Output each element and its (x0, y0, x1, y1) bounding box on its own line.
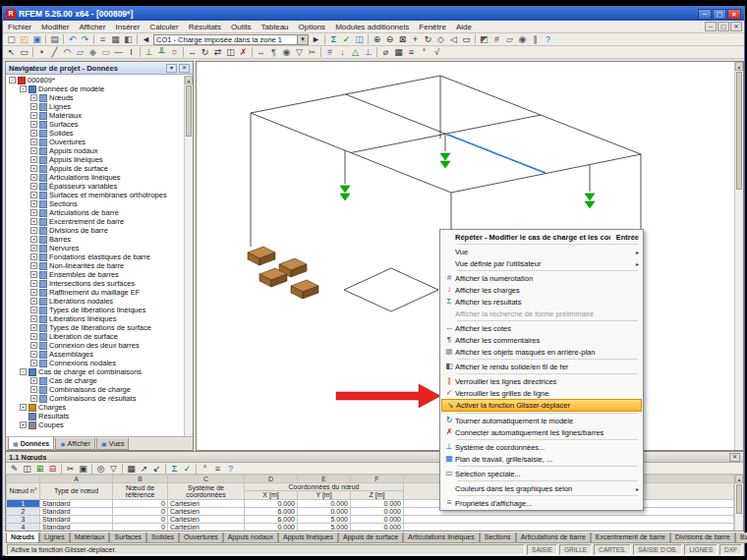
menu-fenetre[interactable]: Fenêtre (414, 21, 451, 33)
coordinate-z-cell[interactable]: 0.000 (351, 507, 404, 515)
nodal-support-icon[interactable]: ⊥ (143, 46, 155, 58)
row-number-cell[interactable]: 1 (7, 499, 40, 507)
tree-expander-icon[interactable]: + (30, 395, 37, 402)
scrollbar-thumb[interactable] (736, 72, 742, 190)
units-icon[interactable]: ° (418, 46, 431, 58)
menu-inserer[interactable]: Insérer (110, 21, 144, 33)
table-tab-solides[interactable]: Solides (146, 532, 179, 543)
table-tab-articulations-lineiques[interactable]: Articulations linéiques (403, 532, 480, 543)
insert-opening-icon[interactable]: ▭ (99, 46, 112, 58)
tree-item-coupes[interactable]: +Coupes (6, 420, 184, 429)
member-hinge-icon[interactable]: ○ (168, 46, 181, 58)
coordinate-system-cell[interactable]: Cartésien (168, 515, 245, 523)
tree-item-ouvertures[interactable]: +Ouvertures (6, 138, 184, 146)
selected-line[interactable] (445, 134, 546, 173)
tree-expander-icon[interactable]: + (30, 130, 37, 137)
rotate-icon[interactable]: ↻ (199, 46, 211, 58)
project-navigator-icon[interactable]: ≡ (96, 33, 109, 45)
table-tab-ouvertures[interactable]: Ouvertures (179, 532, 223, 543)
scroll-up-icon[interactable]: ▲ (735, 62, 743, 71)
dimension-icon[interactable]: ↔ (255, 46, 267, 58)
table-scrollbar[interactable]: ▲ (734, 475, 743, 531)
tree-item-sections[interactable]: +Sections (6, 199, 184, 208)
move-icon[interactable]: ↔ (186, 46, 199, 58)
tree-item-articulations-lineiques[interactable]: +Articulations linéiques (6, 173, 184, 182)
tree-item-intersections-des-surfaces[interactable]: +Intersections des surfaces (6, 279, 184, 288)
tree-item-surfaces[interactable]: +Surfaces (6, 120, 184, 129)
filter-icon[interactable]: ▽ (293, 46, 306, 58)
coordinate-z-cell[interactable]: 0.000 (351, 499, 404, 507)
tree-item-non-linearites-de-barre[interactable]: +Non-linéarités de barre (6, 261, 184, 270)
tree-expander-icon[interactable]: − (20, 368, 27, 375)
menu-modules-additionnels[interactable]: Modules additionnels (330, 21, 414, 33)
table-import-icon[interactable]: ↙ (150, 463, 163, 475)
tree-item-cas-de-charge[interactable]: +Cas de charge (6, 376, 184, 385)
zoom-in-icon[interactable]: ⊕ (371, 33, 383, 45)
tree-expander-icon[interactable]: + (30, 307, 37, 313)
line-support-icon[interactable]: ╨ (155, 46, 168, 58)
context-menu-item-afficher-les-cotes[interactable]: ↔Afficher les cotes (441, 322, 642, 334)
tree-item-appuis-nodaux[interactable]: +Appuis nodaux (6, 146, 184, 155)
context-menu-item-plan-de-travail-grille-saisie[interactable]: ▦Plan de travail, grille/saisie, ... (441, 453, 642, 465)
undo-icon[interactable]: ↶ (66, 33, 79, 45)
tree-item-raffinement-du-maillage-ef[interactable]: +Raffinement du maillage EF (6, 288, 184, 297)
menu-tableau[interactable]: Tableau (257, 21, 294, 33)
comment-icon[interactable]: ¶ (267, 46, 280, 58)
table-find-icon[interactable]: ◎ (94, 463, 107, 475)
calculate-icon[interactable]: Σ (327, 33, 340, 45)
tree-item-types-de-liberations-lineiques[interactable]: +Types de libérations linéiques (6, 306, 184, 314)
tree-item-connexion-des-deux-barres[interactable]: +Connexion des deux barres (6, 341, 184, 350)
coordinate-x-cell[interactable]: 6.000 (245, 507, 298, 515)
tree-item-connexions-nodales[interactable]: +Connexions nodales (6, 359, 184, 367)
save-icon[interactable]: ▣ (30, 33, 43, 45)
tree-item-types-de-liberations-de-surface[interactable]: +Types de libérations de surface (6, 323, 184, 332)
scroll-up-icon[interactable]: ▲ (185, 76, 193, 84)
context-menu-item-afficher-les-charges[interactable]: ↓Afficher les charges (441, 284, 642, 296)
mirror-icon[interactable]: ⇄ (211, 46, 224, 58)
guidelines-icon[interactable]: ∥ (529, 33, 542, 45)
tree-expander-icon[interactable]: + (30, 227, 37, 234)
tree-expander-icon[interactable]: + (30, 315, 37, 322)
delete-icon[interactable]: ✗ (237, 46, 250, 58)
tree-expander-icon[interactable]: + (30, 121, 37, 128)
context-menu-item-verrouiller-les-lignes-directrices[interactable]: ∥Verrouiller les lignes directrices (441, 375, 642, 387)
table-edit-icon[interactable]: ✎ (8, 463, 21, 475)
tree-item-materiaux[interactable]: +Matériaux (6, 111, 184, 120)
tree-item-cas-de-charge-et-combinaisons[interactable]: −Cas de charge et combinaisons (6, 367, 184, 376)
tree-item-fondations-elastiques-de-barre[interactable]: +Fondations élastiques de barre (6, 252, 184, 261)
context-menu-item-activer-la-fonction-glisser-deplacer[interactable]: ↘Activer la fonction Glisser-déplacer (441, 399, 642, 412)
table-tab-sections[interactable]: Sections (480, 532, 516, 543)
measure-icon[interactable]: ⌀ (379, 46, 392, 58)
insert-solid-icon[interactable]: ◆ (86, 46, 99, 58)
tree-item-excentrement-de-barre[interactable]: +Excentrement de barre (6, 217, 184, 226)
numbering-icon[interactable]: # (323, 46, 336, 58)
column-letter-a[interactable]: A (40, 476, 113, 483)
coordinate-system-cell[interactable]: Cartésien (168, 507, 245, 515)
zoom-window-icon[interactable]: ⊠ (396, 33, 409, 45)
table-export-icon[interactable]: ↗ (138, 463, 150, 475)
context-menu-item-afficher-les-objets-masques-en-arriere-plan[interactable]: ▦Afficher les objets masqués en arrière-… (441, 346, 642, 358)
context-menu-item-proprietes-d-affichage[interactable]: ≡Propriétés d'affichage... (441, 497, 642, 509)
context-menu-item-couleurs-dans-les-graphiques-selon[interactable]: Couleurs dans les graphiques selon▸ (441, 482, 642, 494)
tree-item-appuis-lineiques[interactable]: +Appuis linéiques (6, 155, 184, 164)
coordinate-y-cell[interactable]: 0.000 (298, 507, 351, 515)
viewport-scrollbar[interactable]: ▲ (734, 62, 743, 450)
row-number-cell[interactable]: 4 (7, 523, 40, 531)
display-properties-icon[interactable]: ≡ (405, 46, 418, 58)
snap-icon[interactable]: ◉ (516, 33, 529, 45)
menu-calculer[interactable]: Calculer (144, 21, 183, 33)
insert-section-icon[interactable]: I (125, 46, 138, 58)
navigator-close-icon[interactable]: ✕ (179, 64, 190, 73)
config-icon[interactable]: √ (431, 46, 443, 58)
tree-item-donnees-de-modele[interactable]: −Données de modèle (6, 84, 184, 93)
print-icon[interactable]: ▤ (48, 33, 61, 45)
loads-display-icon[interactable]: ↓ (336, 46, 349, 58)
tree-item-solides[interactable]: +Solides (6, 129, 184, 138)
tree-expander-icon[interactable]: + (30, 236, 37, 243)
select-window-icon[interactable]: ▭ (18, 46, 30, 58)
scroll-up-icon[interactable]: ▲ (735, 475, 743, 483)
coordinate-system-cell[interactable]: Cartésien (168, 499, 245, 507)
table-tab-divisions-de-barre[interactable]: Divisions de barre (670, 532, 735, 543)
coordinate-y-cell[interactable]: 0.000 (298, 499, 351, 507)
axes-display-icon[interactable]: ⊥ (362, 46, 374, 58)
